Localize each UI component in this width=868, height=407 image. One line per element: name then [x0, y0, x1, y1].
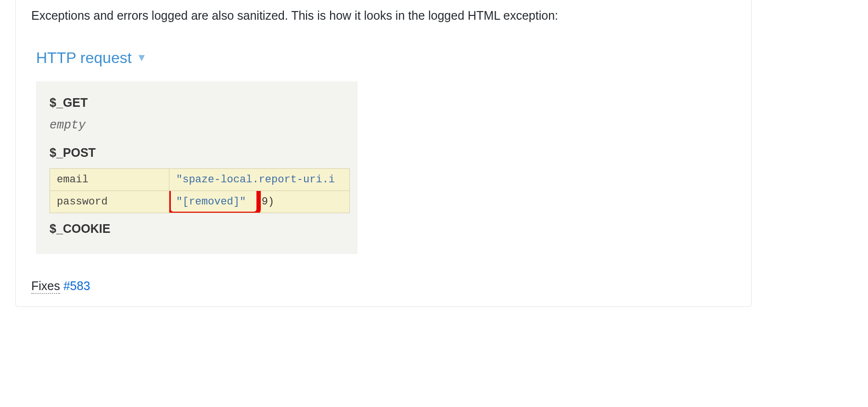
post-heading: $_POST — [36, 146, 357, 160]
post-key-email: email — [50, 168, 169, 191]
post-password-string: "[removed]" — [176, 196, 246, 208]
post-table: email "spaze-local.report-uri.i password… — [50, 168, 350, 213]
get-heading: $_GET — [36, 96, 357, 110]
fixes-line: Fixes #583 — [31, 279, 736, 293]
http-request-heading[interactable]: HTTP request ▼ — [36, 49, 736, 67]
exception-panel: $_GET empty $_POST email "spaze-local.re… — [36, 81, 357, 254]
intro-paragraph: Exceptions and errors logged are also sa… — [31, 0, 736, 30]
cookie-heading: $_COOKIE — [36, 222, 357, 236]
post-val-password: "[removed]" (9) — [169, 191, 350, 213]
get-empty-value: empty — [36, 118, 357, 132]
table-row: email "spaze-local.report-uri.i — [50, 168, 350, 191]
fixes-word: Fixes — [31, 279, 60, 294]
post-key-password: password — [50, 191, 169, 213]
post-val-email: "spaze-local.report-uri.i — [169, 168, 350, 191]
http-request-label: HTTP request — [36, 49, 132, 67]
comment-body-container: Exceptions and errors logged are also sa… — [15, 0, 752, 307]
post-password-length: (9) — [255, 196, 274, 208]
collapse-triangle-icon: ▼ — [137, 52, 147, 63]
exception-screenshot-block: HTTP request ▼ $_GET empty $_POST email … — [36, 49, 736, 254]
issue-link[interactable]: #583 — [64, 279, 90, 293]
post-email-string: "spaze-local.report-uri.i — [176, 174, 335, 186]
table-row: password "[removed]" (9) — [50, 191, 350, 213]
